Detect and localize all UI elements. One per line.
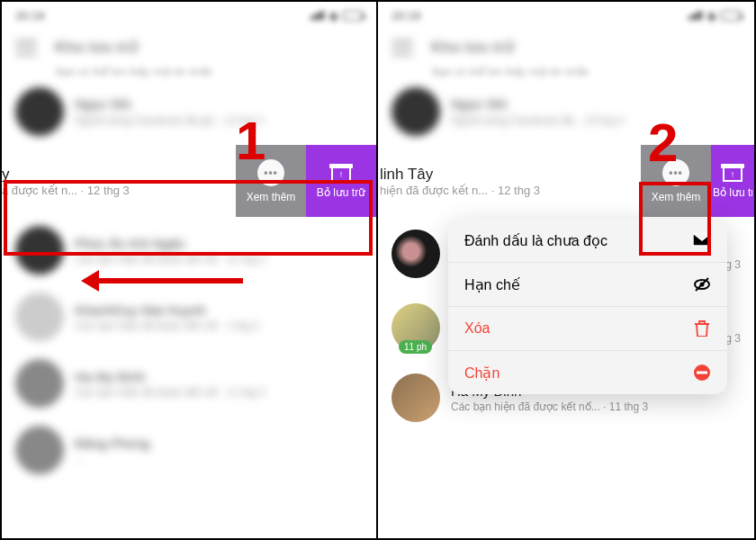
more-label: Xem thêm xyxy=(652,191,701,203)
chat-item[interactable]: KhanhDuy Mai HuynhCác bạn hiện đã được k… xyxy=(2,284,376,350)
menu-restrict[interactable]: Hạn chế xyxy=(448,263,727,307)
chat-subtitle: Các bạn hiện đã được kết nố... · 11 thg … xyxy=(451,400,741,413)
avatar xyxy=(15,292,64,341)
annotation-number-2: 2 xyxy=(648,112,678,174)
chat-item[interactable]: Ha My ĐinhCác bạn hiện đã được kết nối ·… xyxy=(2,350,376,417)
eye-off-icon xyxy=(693,275,711,293)
svg-rect-4 xyxy=(697,372,707,374)
wifi-icon: ◉ xyxy=(706,9,716,22)
signal-icon xyxy=(688,11,702,20)
status-time: 20:19 xyxy=(392,9,421,22)
status-bar: 20:19 ◉ xyxy=(2,2,376,29)
header-subtitle: Bạn có thể tìm thấy một tin nhắn xyxy=(378,66,754,78)
chat-content[interactable]: linh Tây hiện đã được kết n... · 12 thg … xyxy=(378,145,641,217)
avatar xyxy=(392,374,440,422)
online-badge: 11 ph xyxy=(399,340,432,354)
unarchive-button[interactable]: Bỏ lưu trữ xyxy=(306,145,376,217)
header: Kho lưu trữ xyxy=(2,29,376,66)
menu-mark-unread[interactable]: Đánh dấu là chưa đọc xyxy=(448,219,727,263)
chat-item[interactable]: Ngọc NhiNgười dùng Facebook đã... 23 thg… xyxy=(378,78,754,145)
unarchive-button[interactable]: Bỏ lưu trũ xyxy=(711,145,754,217)
annotation-number-1: 1 xyxy=(236,110,266,172)
header: Kho lưu trữ xyxy=(378,29,754,66)
battery-icon xyxy=(721,11,741,21)
menu-icon[interactable] xyxy=(15,40,37,56)
context-menu: Đánh dấu là chưa đọc Hạn chế Xóa Chặn xyxy=(448,219,727,394)
avatar xyxy=(15,87,64,136)
header-subtitle: Bạn có thể tìm thấy một tin nhắn xyxy=(2,66,376,78)
wifi-icon: ◉ xyxy=(328,9,338,22)
chat-subtitle: hiện đã được kết n... · 12 thg 3 xyxy=(380,184,641,197)
step2-panel: 20:19 ◉ Kho lưu trữ Bạn có thể tìm thấy … xyxy=(378,2,754,538)
chat-name: linh Tây xyxy=(380,166,641,184)
chat-item[interactable]: Đăng Phong... xyxy=(2,417,376,483)
chat-name-partial: y xyxy=(2,166,236,184)
more-label: Xem thêm xyxy=(247,191,296,203)
menu-label: Hạn chế xyxy=(464,276,520,293)
menu-label: Đánh dấu là chưa đọc xyxy=(464,232,608,249)
trash-icon xyxy=(693,320,711,338)
chat-item[interactable]: Ngọc NhiNgười dùng Facebook đã gỡ... 12 … xyxy=(2,78,376,145)
chat-item[interactable]: Phúc Ân Khi NgânCác bạn hiện đã được kết… xyxy=(2,217,376,284)
block-icon xyxy=(693,364,711,382)
unarchive-label: Bỏ lưu trữ xyxy=(317,186,365,199)
swiped-chat-row: y à được kết n... · 12 thg 3 ••• Xem thê… xyxy=(2,145,376,217)
avatar xyxy=(15,359,64,408)
page-title: Kho lưu trữ xyxy=(431,38,514,57)
menu-label: Xóa xyxy=(464,320,490,337)
status-icons: ◉ xyxy=(310,9,363,22)
swiped-chat-row: linh Tây hiện đã được kết n... · 12 thg … xyxy=(378,145,754,217)
menu-delete[interactable]: Xóa xyxy=(448,307,727,351)
avatar xyxy=(15,426,64,474)
avatar xyxy=(392,87,440,136)
archive-icon xyxy=(721,164,744,182)
signal-icon xyxy=(310,11,324,20)
avatar xyxy=(15,226,64,274)
mail-icon xyxy=(693,231,711,249)
avatar xyxy=(392,230,440,278)
status-icons: ◉ xyxy=(688,9,741,22)
battery-icon xyxy=(343,11,363,21)
annotation-arrow-line xyxy=(99,278,243,284)
archive-icon xyxy=(329,164,353,182)
menu-icon[interactable] xyxy=(392,40,413,56)
annotation-arrow-head xyxy=(81,270,99,292)
chat-subtitle: à được kết n... · 12 thg 3 xyxy=(2,184,236,197)
page-title: Kho lưu trữ xyxy=(55,38,138,57)
menu-block[interactable]: Chặn xyxy=(448,351,727,394)
status-time: 20:19 xyxy=(15,9,45,22)
status-bar: 20:19 ◉ xyxy=(378,2,754,29)
chat-content[interactable]: y à được kết n... · 12 thg 3 xyxy=(2,145,236,217)
menu-label: Chặn xyxy=(464,364,500,382)
unarchive-label: Bỏ lưu trũ xyxy=(713,186,752,199)
step1-panel: 20:19 ◉ Kho lưu trữ Bạn có thể tìm thấy … xyxy=(2,2,378,538)
